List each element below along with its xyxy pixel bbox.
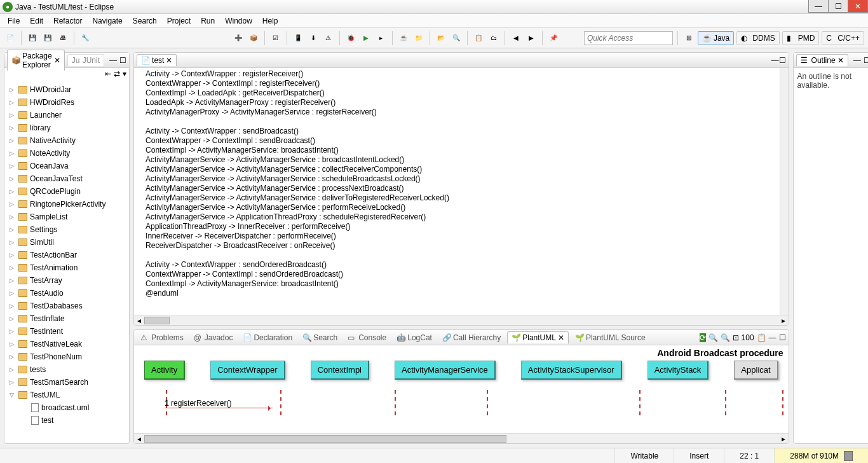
copy-icon[interactable]: 📋 xyxy=(757,333,766,342)
tree-item[interactable]: Settings xyxy=(6,223,128,236)
tree-item[interactable]: TestIntent xyxy=(6,325,128,338)
maximize-button[interactable]: ☐ xyxy=(828,0,848,13)
debug-button[interactable]: 🐞 xyxy=(344,32,357,45)
tree-item[interactable]: RingtonePickerActivity xyxy=(6,198,128,211)
close-button[interactable]: ✕ xyxy=(848,0,868,13)
menu-file[interactable]: File xyxy=(3,15,25,27)
build-button[interactable]: 🔧 xyxy=(79,32,92,45)
forward-button[interactable]: ▶ xyxy=(525,32,538,45)
tab-callhierarchy[interactable]: 🔗Call Hierarchy xyxy=(438,332,505,343)
outline-tab[interactable]: ☰ Outline ✕ xyxy=(796,54,848,66)
collapse-all-button[interactable]: ⇤ xyxy=(105,69,111,81)
editor-text[interactable]: Activity -> ContextWrapper : registerRec… xyxy=(134,68,789,315)
zoom-in-icon[interactable]: 🔍 xyxy=(709,333,718,342)
close-icon[interactable]: ✕ xyxy=(166,56,172,65)
run-last-button[interactable]: ▸ xyxy=(375,32,388,45)
editor-tab-test[interactable]: 📄 test ✕ xyxy=(137,54,177,66)
tree-item[interactable]: QRCodePlugin xyxy=(6,185,128,198)
avd-button[interactable]: 📱 xyxy=(292,32,304,45)
vertical-scrollbar[interactable] xyxy=(780,68,789,315)
menu-refactor[interactable]: Refactor xyxy=(48,15,87,27)
tree-item[interactable]: SimUtil xyxy=(6,236,128,249)
gc-icon[interactable] xyxy=(844,451,853,461)
tree-item[interactable]: NativeActivity xyxy=(6,134,128,147)
maximize-icon[interactable]: ☐ xyxy=(779,56,786,65)
tree-item[interactable]: TestDababases xyxy=(6,300,128,312)
minimize-icon[interactable]: — xyxy=(109,56,117,65)
plantuml-diagram[interactable]: Android Broadcast procedure ActivityCont… xyxy=(134,345,789,433)
horizontal-scrollbar[interactable]: ◂ ▸ xyxy=(134,315,789,325)
tree-item[interactable]: Launcher xyxy=(6,109,128,121)
open-type-button[interactable]: 📂 xyxy=(435,32,447,45)
tree-item[interactable]: TestSmartSearch xyxy=(6,376,128,389)
save-button[interactable]: 💾 xyxy=(26,32,39,45)
run-button[interactable]: ▶ xyxy=(360,32,372,45)
menu-project[interactable]: Project xyxy=(162,15,196,27)
close-icon[interactable]: ✕ xyxy=(837,56,844,65)
tree-item[interactable]: HWDroidRes xyxy=(6,96,128,109)
tree-item[interactable]: SampleList xyxy=(6,211,128,223)
tree-item[interactable]: TestActionBar xyxy=(6,249,128,261)
tree-item[interactable]: HWDroidJar xyxy=(6,83,128,96)
menu-help[interactable]: Help xyxy=(257,15,283,27)
perspective-java[interactable]: ☕Java xyxy=(698,31,734,45)
tab-problems[interactable]: ⚠Problems xyxy=(137,332,187,343)
tree-item[interactable]: TestAudio xyxy=(6,287,128,300)
search-button[interactable]: 🔍 xyxy=(450,32,463,45)
menu-search[interactable]: Search xyxy=(128,15,162,27)
maximize-icon[interactable]: ☐ xyxy=(779,333,786,342)
zoom-100-icon[interactable]: 100 xyxy=(742,333,754,342)
print-button[interactable]: 🖶 xyxy=(57,32,69,45)
view-menu-button[interactable]: ▾ xyxy=(123,69,126,81)
tree-item[interactable]: TestInflate xyxy=(6,312,128,325)
tab-javadoc[interactable]: @Javadoc xyxy=(190,332,237,343)
sdk-button[interactable]: ⬇ xyxy=(307,32,320,45)
checkbox-button[interactable]: ☑ xyxy=(269,32,282,45)
quick-access-input[interactable] xyxy=(584,31,673,45)
tree-item[interactable]: OceanJava xyxy=(6,160,128,172)
perspective-c[interactable]: CC/C++ xyxy=(822,31,864,45)
status-memory[interactable]: 288M of 910M xyxy=(774,448,868,463)
tree-item[interactable]: TestArray xyxy=(6,274,128,287)
lint-button[interactable]: ⚠ xyxy=(322,32,335,45)
tab-search[interactable]: 🔍Search xyxy=(299,332,341,343)
open-perspective-button[interactable]: ⊞ xyxy=(682,32,695,45)
menu-window[interactable]: Window xyxy=(220,15,257,27)
tree-item[interactable]: NoteActivity xyxy=(6,147,128,160)
tree-item[interactable]: broadcast.uml xyxy=(6,401,128,414)
tree-item[interactable]: library xyxy=(6,121,128,134)
menu-navigate[interactable]: Navigate xyxy=(87,15,127,27)
annotation-button[interactable]: 📋 xyxy=(472,32,485,45)
fit-icon[interactable]: ⊡ xyxy=(733,333,739,342)
tab-console[interactable]: ▭Console xyxy=(344,332,390,343)
tree-item[interactable]: tests xyxy=(6,363,128,376)
tree-item[interactable]: OceanJavaTest xyxy=(6,172,128,185)
tab-plantuml-source[interactable]: 🌱PlantUML Source xyxy=(571,332,649,343)
pin-button[interactable]: 📌 xyxy=(547,32,560,45)
perspective-pmd[interactable]: ▮PMD xyxy=(782,31,820,45)
tab-declaration[interactable]: 📄Declaration xyxy=(239,332,296,343)
link-editor-button[interactable]: ⇄ xyxy=(114,69,120,81)
save-all-button[interactable]: 💾 xyxy=(41,32,54,45)
refresh-icon[interactable]: ⟳ xyxy=(700,333,706,342)
tab-plantuml[interactable]: 🌱PlantUML ✕ xyxy=(507,331,569,343)
diagram-scrollbar[interactable]: ◂ ▸ xyxy=(134,433,789,443)
minimize-button[interactable]: — xyxy=(808,0,829,13)
minimize-icon[interactable]: — xyxy=(771,56,779,65)
tree-item[interactable]: test xyxy=(6,414,128,427)
minimize-icon[interactable]: — xyxy=(853,56,861,65)
menu-edit[interactable]: Edit xyxy=(25,15,48,27)
back-button[interactable]: ◀ xyxy=(510,32,522,45)
tree-item[interactable]: TestNativeLeak xyxy=(6,338,128,350)
tree-item[interactable]: TestPhoneNum xyxy=(6,350,128,363)
menu-run[interactable]: Run xyxy=(196,15,220,27)
new-class-button[interactable]: ➕ xyxy=(232,32,245,45)
maximize-icon[interactable]: ☐ xyxy=(119,56,126,65)
perspective-ddms[interactable]: ◐DDMS xyxy=(736,31,779,45)
new-jproject-button[interactable]: 📁 xyxy=(412,32,425,45)
task-button[interactable]: 🗂 xyxy=(487,32,500,45)
junit-tab[interactable]: Ju JUnit xyxy=(67,54,104,66)
maximize-icon[interactable]: ☐ xyxy=(864,56,868,65)
new-java-button[interactable]: ☕ xyxy=(397,32,410,45)
tab-logcat[interactable]: 🤖LogCat xyxy=(393,332,436,343)
